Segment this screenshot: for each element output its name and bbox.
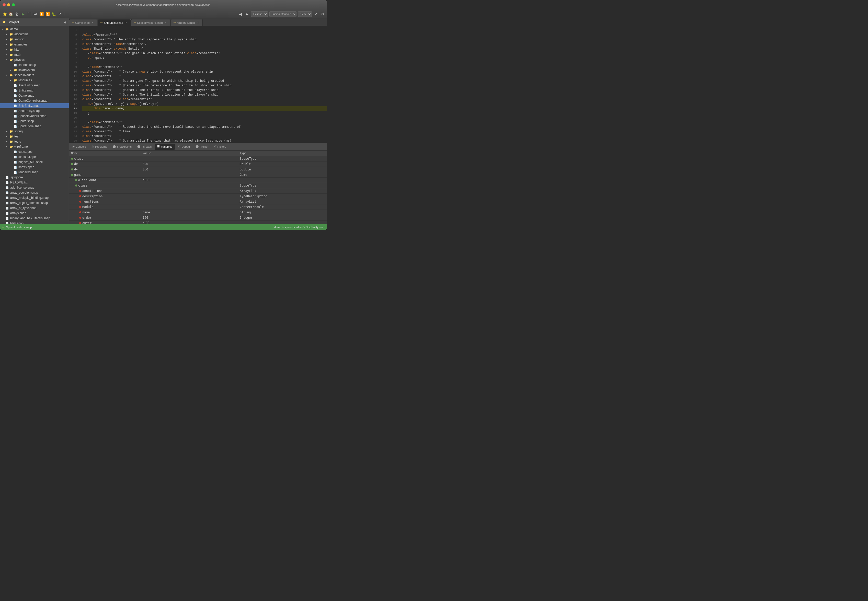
bottom-tab-breakpoints[interactable]: ⬤Breakpoints xyxy=(110,143,134,150)
code-line-9[interactable]: /class="comment">** xyxy=(82,65,327,70)
sidebar-toggle-button[interactable]: ◀ xyxy=(63,20,67,24)
var-name-6[interactable]: annotations xyxy=(69,188,140,194)
sidebar-item-http[interactable]: ▸📁http xyxy=(0,47,69,52)
sidebar-item-spaceinvaders[interactable]: ▾📂spaceinvaders xyxy=(0,73,69,78)
code-line-21[interactable]: /class="comment">** xyxy=(82,120,327,125)
sidebar-tree[interactable]: ▾📂demo▸📁algorithms▸📁android▸📁examples▸📁h… xyxy=(0,26,69,224)
tab-game[interactable]: ✏Game.snap✕ xyxy=(69,19,98,26)
var-name-4[interactable]: alienCount xyxy=(69,178,140,183)
bookmark-button[interactable]: ⭐ xyxy=(2,12,7,17)
tab-close-game[interactable]: ✕ xyxy=(91,21,95,24)
var-name-7[interactable]: description xyxy=(69,194,140,199)
code-line-18[interactable]: this.game = game; xyxy=(82,106,327,111)
sidebar-item-ShotEntity[interactable]: 📄ShotEntity.snap xyxy=(0,108,69,113)
code-line-8[interactable] xyxy=(82,60,327,65)
sidebar-item-Entity[interactable]: 📄Entity.snap xyxy=(0,88,69,93)
code-line-6[interactable]: /class="comment">** The game in which th… xyxy=(82,51,327,56)
sidebar-item-algorithms[interactable]: ▸📁algorithms xyxy=(0,32,69,37)
code-line-20[interactable] xyxy=(82,116,327,120)
code-editor[interactable]: 1234567891011121314151617181920212223242… xyxy=(69,26,327,143)
sidebar-item-android[interactable]: ▸📁android xyxy=(0,37,69,42)
back-button[interactable]: ◀ xyxy=(238,12,243,17)
sidebar-item-binary_and_hex[interactable]: 📄binary_and_hex_literals.snap xyxy=(0,216,69,221)
bottom-tab-profiler[interactable]: ⬤Profiler xyxy=(193,143,211,150)
sidebar-item-examples[interactable]: ▸📁examples xyxy=(0,42,69,47)
sidebar-item-cannon[interactable]: 📄cannon.snap xyxy=(0,63,69,67)
step-over-button[interactable]: ⏭ xyxy=(33,12,38,17)
sidebar-item-dinosaur[interactable]: 📄dinosaur.spec xyxy=(0,154,69,159)
code-line-17[interactable]: new(game, ref, x, y) : super(ref,x,y){ xyxy=(82,102,327,106)
sidebar-item-math[interactable]: ▸📁math xyxy=(0,52,69,57)
code-line-16[interactable]: class="comment"> class="comment">*/ xyxy=(82,97,327,102)
code-line-3[interactable]: class="comment"> * The entity that repre… xyxy=(82,37,327,42)
step-into-button[interactable]: ⏬ xyxy=(39,12,44,17)
code-line-14[interactable]: class="comment"> * @param x The initial … xyxy=(82,88,327,93)
code-line-2[interactable]: /class="comment">** xyxy=(82,33,327,37)
sidebar-item-arrays[interactable]: 📄arrays.snap xyxy=(0,211,69,216)
home-button[interactable]: 🏠 xyxy=(8,12,13,17)
sidebar-item-test[interactable]: ▸📁test xyxy=(0,134,69,139)
sidebar-item-array_object_coercion[interactable]: 📄array_object_coercion.snap xyxy=(0,200,69,206)
tab-close-ship[interactable]: ✕ xyxy=(125,21,128,24)
sidebar-item-array_multiple_binding[interactable]: 📄array_multiple_binding.snap xyxy=(0,195,69,200)
size-select[interactable]: 12px xyxy=(298,11,312,17)
sidebar-item-resources[interactable]: ▸📁resources xyxy=(0,78,69,83)
tab-close-space[interactable]: ✕ xyxy=(164,21,168,24)
run-button[interactable]: ▶ xyxy=(20,12,26,17)
var-name-0[interactable]: class xyxy=(69,156,140,162)
variables-panel[interactable]: NameValueTypeclassScopeTypedx0.0Doubledy… xyxy=(69,151,327,224)
tab-close-render[interactable]: ✕ xyxy=(196,21,200,24)
sidebar-item-gitignore[interactable]: 📄.gitignore xyxy=(0,175,69,180)
sidebar-item-Sprite[interactable]: 📄Sprite.snap xyxy=(0,119,69,124)
sidebar-item-SpaceInvaders[interactable]: 📄SpaceInvaders.snap xyxy=(0,113,69,119)
code-content[interactable]: /class="comment">**class="comment"> * Th… xyxy=(79,26,327,143)
bottom-tab-problems[interactable]: ⚠Problems xyxy=(89,143,110,150)
sidebar-item-spring[interactable]: ▸📁spring xyxy=(0,129,69,134)
minimize-button[interactable] xyxy=(7,3,10,6)
sidebar-item-add_license[interactable]: 📄add_license.snap xyxy=(0,185,69,190)
sidebar-item-AlienEntity[interactable]: 📄AlienEntity.snap xyxy=(0,83,69,88)
sidebar-item-demo[interactable]: ▾📂demo xyxy=(0,27,69,32)
bottom-tab-history[interactable]: ↺History xyxy=(212,143,229,150)
code-line-4[interactable]: class="comment"> class="comment">*/ xyxy=(82,42,327,47)
stop-button[interactable]: ⬛ xyxy=(27,12,32,17)
tab-ship[interactable]: ✏ShipEntity.snap✕ xyxy=(98,19,131,26)
code-line-10[interactable]: class="comment"> * Create a new entity t… xyxy=(82,70,327,74)
refresh-button[interactable]: ↻ xyxy=(320,12,325,17)
code-line-22[interactable]: class="comment"> * Request that the ship… xyxy=(82,125,327,129)
var-name-5[interactable]: class xyxy=(69,183,140,188)
bottom-tab-variables[interactable]: ☰Variables xyxy=(155,143,175,150)
var-name-3[interactable]: game xyxy=(69,172,140,178)
bottom-tab-threads[interactable]: ⬤Threads xyxy=(135,143,154,150)
code-line-5[interactable]: class ShipEntity extends Entity { xyxy=(82,47,327,51)
sidebar-item-solarsystem[interactable]: ▸📁solarsystem xyxy=(0,67,69,73)
tab-space[interactable]: ✏SpaceInvaders.snap✕ xyxy=(131,19,171,26)
var-name-2[interactable]: dy xyxy=(69,167,140,172)
code-line-1[interactable] xyxy=(82,28,327,33)
tab-render[interactable]: ✏render3d.snap✕ xyxy=(171,19,203,26)
sidebar-item-wireframe[interactable]: ▾📂wireframe xyxy=(0,144,69,149)
sidebar-item-README[interactable]: 📄README.txt xyxy=(0,180,69,185)
code-line-19[interactable]: } xyxy=(82,111,327,116)
sidebar-item-array_coercion[interactable]: 📄array_coercion.snap xyxy=(0,190,69,195)
sidebar-item-array_of_type[interactable]: 📄array_of_type.snap xyxy=(0,206,69,211)
font-select[interactable]: Lucida Console xyxy=(269,11,296,17)
var-name-12[interactable]: outer xyxy=(69,221,140,224)
code-line-7[interactable]: var game; xyxy=(82,56,327,60)
sidebar-item-hughes_500[interactable]: 📄hughes_500.spec xyxy=(0,159,69,165)
code-line-11[interactable]: class="comment"> * xyxy=(82,74,327,79)
sidebar-item-GameController[interactable]: 📄GameController.snap xyxy=(0,98,69,103)
var-name-9[interactable]: module xyxy=(69,204,140,210)
sidebar-item-blah[interactable]: 📄blah.snap xyxy=(0,221,69,224)
help-button[interactable]: ? xyxy=(57,12,63,17)
sidebar-item-tetris[interactable]: ▸📁tetris xyxy=(0,139,69,144)
trash-button[interactable]: 🗑 xyxy=(14,12,20,17)
sidebar-item-knoxS[interactable]: 📄knoxS.spec xyxy=(0,165,69,170)
theme-select[interactable]: Eclipse xyxy=(251,11,268,17)
sidebar-item-SpriteStore[interactable]: 📄SpriteStore.snap xyxy=(0,124,69,129)
sidebar-item-render3d[interactable]: 📄render3d.snap xyxy=(0,170,69,175)
code-line-12[interactable]: class="comment"> * @param game The game … xyxy=(82,79,327,83)
var-name-11[interactable]: order xyxy=(69,215,140,221)
var-name-1[interactable]: dx xyxy=(69,162,140,167)
code-line-23[interactable]: class="comment"> * time xyxy=(82,129,327,134)
